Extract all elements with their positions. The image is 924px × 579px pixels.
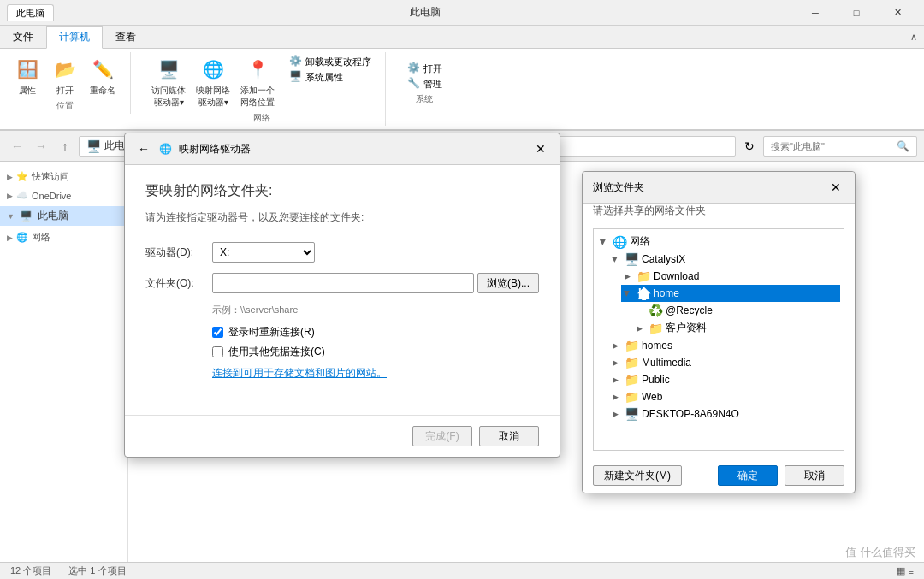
dialog-title-text: 映射网络驱动器 [179, 142, 251, 157]
view-icon-list[interactable]: ≡ [909, 566, 914, 576]
recycle-icon: ♻️ [649, 304, 662, 317]
back-button[interactable]: ← [7, 136, 27, 157]
map-network-cancel-button[interactable]: 取消 [479, 426, 539, 446]
dialog-back-button[interactable]: ← [135, 140, 152, 157]
download-icon: 📁 [637, 269, 650, 283]
minimize-button[interactable]: ─ [796, 0, 835, 26]
manage-icon: 🔧 [406, 77, 420, 91]
ribbon-item-media[interactable]: 🖥️ 访问媒体驱动器▾ [148, 54, 189, 110]
sidebar-item-thispc[interactable]: ▼ 🖥️ 此电脑 [0, 206, 127, 226]
network-tree-label: 网络 [630, 234, 650, 249]
tree-item-multimedia[interactable]: ▶ 📁 Multimedia [609, 354, 840, 371]
drive-select[interactable]: X: [212, 242, 315, 263]
ribbon-item-open-settings[interactable]: ⚙️ 打开 [403, 61, 446, 76]
add-location-label: 添加一个网络位置 [240, 85, 275, 109]
chevron-icon-thispc: ▼ [7, 212, 15, 221]
sidebar-item-network[interactable]: ▶ 🌐 网络 [0, 229, 127, 245]
status-bar: 12 个项目 选中 1 个项目 ▦ ≡ [0, 562, 924, 579]
folder-label: 文件夹(O): [145, 276, 205, 291]
browse-tree[interactable]: ▶ 🌐 网络 ▶ 🖥️ CatalystX ▶ 📁 Download [593, 228, 844, 451]
chevron-network[interactable]: ▶ [599, 236, 607, 248]
reconnect-label: 登录时重新连接(R) [228, 325, 315, 340]
ribbon-tab-view[interactable]: 查看 [103, 26, 149, 48]
ribbon-collapse-icon[interactable]: ∧ [910, 32, 917, 43]
title-tab-computer[interactable]: 此电脑 [7, 4, 54, 21]
tree-indent-home: ▶ 🏠 home ▶ ♻️ @Recycle [609, 285, 840, 337]
open-settings-icon: ⚙️ [406, 62, 420, 75]
forward-button[interactable]: → [31, 136, 51, 157]
chevron-multimedia[interactable]: ▶ [609, 358, 621, 367]
up-button[interactable]: ↑ [55, 136, 75, 157]
browse-title-text: 浏览文件夹 [593, 180, 644, 195]
browse-button[interactable]: 浏览(B)... [477, 273, 539, 293]
sidebar-item-quick-access[interactable]: ▶ ⭐ 快速访问 [0, 168, 127, 185]
quick-access-icon: ⭐ [16, 171, 28, 182]
group-label-position: 位置 [56, 100, 74, 112]
chevron-clients[interactable]: ▶ [633, 324, 645, 333]
storage-link[interactable]: 连接到可用于存储文档和图片的网站。 [212, 366, 539, 381]
sidebar-section-quick-access: ▶ ⭐ 快速访问 [0, 168, 127, 185]
search-bar[interactable]: 🔍 [763, 136, 917, 157]
ribbon: 文件 计算机 查看 ∧ 🪟 属性 📂 打开 ✏️ 重命名 [0, 26, 924, 131]
tree-item-download[interactable]: ▶ 📁 Download [621, 268, 840, 285]
refresh-button[interactable]: ↻ [739, 136, 760, 157]
chevron-catalystx[interactable]: ▶ [611, 253, 619, 265]
ribbon-item-uninstall[interactable]: ⚙️ 卸载或更改程序 [285, 54, 375, 69]
browse-ok-button[interactable]: 确定 [718, 465, 778, 486]
chevron-home[interactable]: ▶ [623, 287, 631, 299]
tree-indent-clients: ▶ 📁 客户资料 [621, 319, 840, 337]
tree-item-homes[interactable]: ▶ 📁 homes [609, 337, 840, 354]
reconnect-checkbox[interactable] [212, 327, 223, 338]
credentials-checkbox[interactable] [212, 346, 223, 357]
maximize-button[interactable]: □ [837, 0, 876, 26]
tree-item-home[interactable]: ▶ 🏠 home [621, 285, 840, 302]
folder-example: 示例：\\server\share [212, 304, 539, 316]
credentials-label: 使用其他凭据连接(C) [228, 345, 325, 359]
view-icon-tiles[interactable]: ▦ [897, 565, 905, 576]
search-input[interactable] [771, 141, 893, 151]
new-folder-button[interactable]: 新建文件夹(M) [593, 465, 682, 486]
tree-item-public[interactable]: ▶ 📁 Public [609, 371, 840, 388]
chevron-homes[interactable]: ▶ [609, 341, 621, 350]
ribbon-item-open[interactable]: 📂 打开 [48, 54, 82, 98]
home-label: home [654, 287, 679, 299]
folder-input[interactable] [212, 273, 474, 293]
rename-label: 重命名 [90, 85, 116, 97]
ribbon-item-manage[interactable]: 🔧 管理 [403, 76, 446, 92]
ribbon-item-sys-props[interactable]: 🖥️ 系统属性 [285, 69, 375, 85]
ribbon-item-map-network[interactable]: 🌐 映射网络驱动器▾ [192, 54, 234, 110]
homes-icon: 📁 [625, 339, 638, 352]
chevron-web[interactable]: ▶ [609, 393, 621, 401]
chevron-desktop[interactable]: ▶ [609, 410, 621, 418]
browse-desc: 请选择共享的网络文件夹 [583, 204, 855, 222]
clients-label: 客户资料 [666, 321, 707, 335]
ribbon-item-add-location[interactable]: 📍 添加一个网络位置 [237, 54, 278, 110]
close-button[interactable]: ✕ [878, 0, 917, 26]
chevron-download[interactable]: ▶ [621, 272, 633, 281]
ribbon-tab-computer[interactable]: 计算机 [46, 26, 103, 49]
map-network-close-button[interactable]: ✕ [532, 140, 549, 157]
properties-label: 属性 [19, 85, 36, 97]
finish-button[interactable]: 完成(F) [412, 426, 472, 446]
tree-item-web[interactable]: ▶ 📁 Web [609, 388, 840, 405]
dialog-network-icon: 🌐 [159, 143, 172, 155]
onedrive-icon: ☁️ [16, 190, 28, 201]
tree-indent-multimedia: ▶ 📁 Multimedia [597, 354, 840, 371]
tree-item-network[interactable]: ▶ 🌐 网络 [597, 233, 840, 251]
tree-item-catalystx[interactable]: ▶ 🖥️ CatalystX [609, 251, 840, 268]
ribbon-item-properties[interactable]: 🪟 属性 [10, 54, 44, 98]
browse-close-button[interactable]: ✕ [827, 179, 844, 196]
tree-item-clients[interactable]: ▶ 📁 客户资料 [633, 319, 840, 337]
browse-cancel-button[interactable]: 取消 [785, 465, 844, 486]
sidebar-item-onedrive[interactable]: ▶ ☁️ OneDrive [0, 188, 127, 203]
tree-item-desktop[interactable]: ▶ 🖥️ DESKTOP-8A69N4O [609, 405, 840, 422]
tree-item-recycle[interactable]: ▶ ♻️ @Recycle [633, 302, 840, 319]
download-label: Download [654, 270, 699, 282]
ribbon-group-system: ⚙️ 打开 🔧 管理 系统 [400, 52, 456, 107]
ribbon-tab-file[interactable]: 文件 [0, 26, 46, 48]
ribbon-item-rename[interactable]: ✏️ 重命名 [86, 54, 120, 98]
uninstall-icon: ⚙️ [288, 55, 302, 68]
network-icon: 🌐 [16, 232, 28, 243]
group-label-network: 网络 [253, 112, 270, 124]
chevron-public[interactable]: ▶ [609, 375, 621, 384]
